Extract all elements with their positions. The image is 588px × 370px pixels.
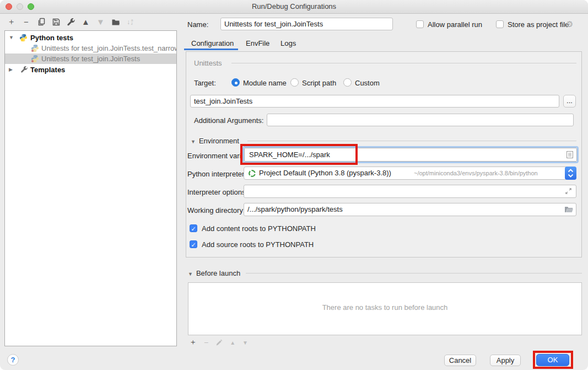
tree-item-label: Python tests — [30, 33, 73, 43]
radio-custom[interactable] — [343, 78, 352, 87]
radio-custom-label: Custom — [355, 79, 380, 87]
store-as-project-file-checkbox[interactable] — [496, 20, 504, 28]
tab-configuration[interactable]: Configuration — [191, 39, 234, 47]
interpreter-options-input[interactable] — [244, 185, 576, 198]
interpreter-options-label: Interpreter options: — [187, 188, 247, 196]
remove-task-icon: − — [204, 338, 208, 347]
chevron-right-icon[interactable]: ▶ — [9, 65, 13, 75]
sort-alphabetically-icon: ↓ａｚ — [126, 17, 135, 26]
configurations-toolbar: ＋ − ▲ ▼ ↓ａｚ — [7, 17, 135, 26]
before-launch-empty-text: There are no tasks to run before launch — [188, 303, 581, 312]
before-launch-section-title: Before launch — [196, 269, 240, 277]
tree-item-unittests-test-narrow[interactable]: Unittests for test_join.JoinTests.test_n… — [5, 43, 176, 53]
add-configuration-icon[interactable]: ＋ — [7, 17, 16, 26]
save-configuration-icon[interactable] — [51, 17, 61, 26]
section-rule — [247, 141, 576, 141]
tab-envfile[interactable]: EnvFile — [246, 39, 269, 47]
radio-script-path-label: Script path — [302, 79, 336, 87]
environment-section-title: Environment — [199, 137, 239, 145]
tree-item-label: Unittests for test_join.JoinTests.test_n… — [41, 43, 177, 53]
group-rule — [231, 63, 576, 63]
chevron-down-icon[interactable]: ▼ — [9, 33, 14, 43]
tree-item-unittests-jointests-selected[interactable]: Unittests for test_join.JoinTests — [5, 53, 176, 64]
python-test-icon — [31, 55, 39, 63]
add-task-icon[interactable]: ＋ — [189, 337, 197, 347]
cancel-button[interactable]: Cancel — [444, 355, 476, 366]
apply-button[interactable]: Apply — [490, 355, 521, 366]
allow-parallel-run-label: Allow parallel run — [428, 20, 482, 29]
expand-field-icon[interactable] — [564, 187, 573, 195]
name-label: Name: — [187, 20, 208, 29]
store-as-project-file-label: Store as project file — [508, 20, 569, 29]
target-input[interactable]: test_join.JoinTests — [190, 95, 559, 108]
chevron-down-icon: ▼ — [191, 139, 196, 144]
tree-item-label: Templates — [30, 65, 65, 75]
tree-item-python-tests[interactable]: ▼ Python tests — [5, 33, 176, 43]
environment-variables-value: SPARK_HOME=/.../spark — [249, 151, 330, 159]
tab-logs[interactable]: Logs — [280, 39, 296, 47]
section-rule — [246, 273, 582, 274]
python-interpreter-value: Project Default (Python 3.8 (pyspark-3.8… — [259, 169, 391, 177]
move-task-down-icon: ▼ — [242, 340, 248, 346]
conda-environment-icon — [248, 169, 256, 178]
title-bar: Run/Debug Configurations — [0, 0, 588, 14]
move-up-icon[interactable]: ▲ — [81, 17, 90, 26]
before-launch-section-header[interactable]: ▼Before launch — [188, 269, 240, 277]
tree-item-label: Unittests for test_join.JoinTests — [41, 53, 140, 64]
remove-configuration-icon[interactable]: − — [21, 17, 31, 26]
before-launch-task-list[interactable]: There are no tasks to run before launch — [188, 282, 582, 335]
ok-button[interactable]: OK — [536, 354, 569, 366]
unittests-group-title: Unittests — [194, 59, 222, 67]
tree-item-templates[interactable]: ▶ Templates — [5, 65, 176, 75]
python-interpreter-label: Python interpreter: — [187, 170, 246, 178]
active-tab-underline — [184, 49, 238, 50]
move-task-up-icon: ▲ — [230, 340, 235, 346]
add-content-roots-checkbox[interactable]: ✓ — [190, 224, 197, 232]
chevron-down-icon: ▼ — [188, 271, 193, 277]
new-folder-icon[interactable] — [111, 17, 120, 26]
add-source-roots-label: Add source roots to PYTHONPATH — [202, 240, 314, 249]
dropdown-spinner-icon[interactable] — [565, 167, 576, 180]
name-input[interactable]: Unittests for test_join.JoinTests — [220, 18, 393, 30]
environment-section-header[interactable]: ▼Environment — [191, 137, 239, 145]
edit-variables-list-icon[interactable] — [566, 151, 574, 159]
before-launch-toolbar: ＋ − ▲ ▼ — [189, 337, 248, 347]
browse-folder-icon[interactable] — [564, 205, 573, 213]
move-down-icon: ▼ — [96, 17, 105, 26]
allow-parallel-run-checkbox[interactable] — [416, 20, 424, 28]
radio-script-path[interactable] — [290, 78, 299, 87]
python-icon — [19, 34, 28, 42]
edit-task-pencil-icon — [215, 339, 223, 346]
gear-icon[interactable]: ⚙ — [566, 19, 573, 29]
edit-templates-wrench-icon[interactable] — [66, 17, 75, 26]
target-label: Target: — [194, 79, 216, 87]
environment-variables-input[interactable]: SPARK_HOME=/.../spark — [242, 146, 579, 163]
working-directory-label: Working directory: — [187, 206, 245, 215]
configurations-tree: ▼ Python tests Unittests for test_join.J… — [4, 30, 177, 346]
window-title: Run/Debug Configurations — [0, 2, 588, 10]
run-debug-configurations-dialog: Run/Debug Configurations ＋ − ▲ ▼ ↓ａｚ ▼ P… — [0, 0, 588, 370]
help-button[interactable]: ? — [7, 354, 19, 366]
copy-configuration-icon[interactable] — [36, 17, 46, 26]
additional-arguments-label: Additional Arguments: — [194, 116, 263, 125]
python-interpreter-select[interactable]: Project Default (Python 3.8 (pyspark-3.8… — [244, 167, 576, 180]
python-test-icon — [31, 44, 39, 52]
python-interpreter-path: ~/opt/miniconda3/envs/pyspark-3.8/bin/py… — [414, 170, 538, 176]
working-directory-input[interactable]: /.../spark/python/pyspark/tests — [244, 203, 576, 216]
additional-arguments-input[interactable] — [267, 114, 574, 126]
add-source-roots-checkbox[interactable]: ✓ — [190, 240, 197, 248]
browse-target-button[interactable]: ... — [563, 95, 576, 108]
wrench-icon — [20, 66, 29, 74]
add-content-roots-label: Add content roots to PYTHONPATH — [202, 224, 316, 233]
radio-module-name-label: Module name — [243, 79, 287, 87]
radio-module-name[interactable] — [231, 78, 240, 87]
